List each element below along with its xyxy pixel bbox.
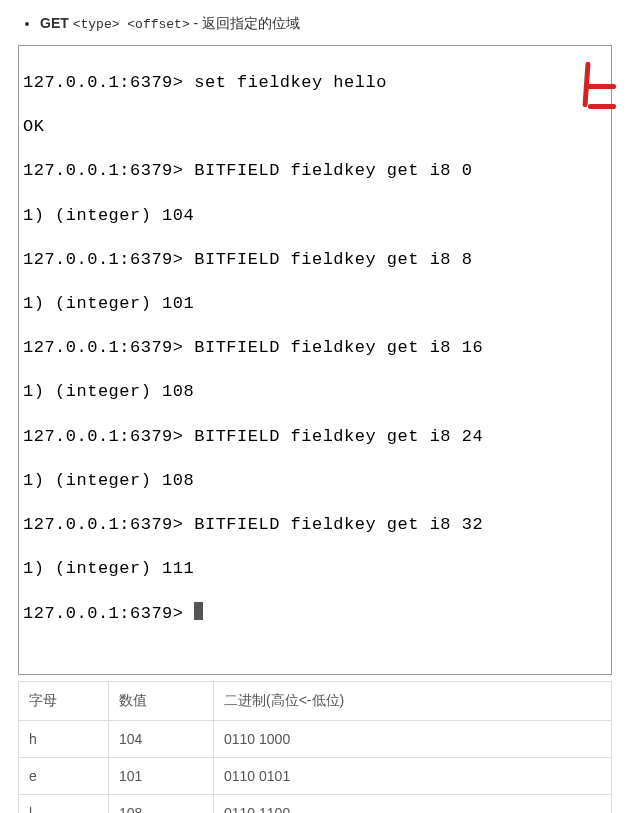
- code-line: 127.0.0.1:6379> BITFIELD fieldkey get i8…: [23, 249, 607, 271]
- cell-letter: h: [19, 720, 109, 757]
- cmd-name: GET: [40, 15, 69, 31]
- table-row: l 108 0110 1100: [19, 794, 612, 813]
- code-line: 1) (integer) 104: [23, 205, 607, 227]
- terminal-codeblock: 127.0.0.1:6379> set fieldkey hello OK 12…: [18, 45, 612, 675]
- th-letter: 字母: [19, 681, 109, 720]
- table-header-row: 字母 数值 二进制(高位<-低位): [19, 681, 612, 720]
- code-line: 1) (integer) 101: [23, 293, 607, 315]
- table-row: h 104 0110 1000: [19, 720, 612, 757]
- th-binary: 二进制(高位<-低位): [214, 681, 612, 720]
- code-line: 127.0.0.1:6379> BITFIELD fieldkey get i8…: [23, 426, 607, 448]
- binary-table: 字母 数值 二进制(高位<-低位) h 104 0110 1000 e 101 …: [18, 681, 612, 813]
- code-line: 1) (integer) 111: [23, 558, 607, 580]
- cell-value: 108: [109, 794, 214, 813]
- code-line: 127.0.0.1:6379> BITFIELD fieldkey get i8…: [23, 337, 607, 359]
- th-value: 数值: [109, 681, 214, 720]
- code-line: 127.0.0.1:6379> BITFIELD fieldkey get i8…: [23, 160, 607, 182]
- cell-binary: 0110 1000: [214, 720, 612, 757]
- code-line: OK: [23, 116, 607, 138]
- command-spec-item: GET <type> <offset> - 返回指定的位域: [40, 15, 612, 33]
- command-spec: GET <type> <offset> - 返回指定的位域: [18, 15, 612, 33]
- cell-value: 104: [109, 720, 214, 757]
- code-line: 127.0.0.1:6379> set fieldkey hello: [23, 72, 607, 94]
- cell-binary: 0110 1100: [214, 794, 612, 813]
- cell-binary: 0110 0101: [214, 757, 612, 794]
- table-row: e 101 0110 0101: [19, 757, 612, 794]
- cmd-desc: - 返回指定的位域: [190, 15, 300, 31]
- terminal-cursor: [194, 602, 203, 620]
- cell-value: 101: [109, 757, 214, 794]
- cmd-args: <type> <offset>: [73, 17, 190, 32]
- code-line: 1) (integer) 108: [23, 381, 607, 403]
- cell-letter: l: [19, 794, 109, 813]
- code-line: 127.0.0.1:6379>: [23, 602, 607, 625]
- code-line: 1) (integer) 108: [23, 470, 607, 492]
- cell-letter: e: [19, 757, 109, 794]
- code-line: 127.0.0.1:6379> BITFIELD fieldkey get i8…: [23, 514, 607, 536]
